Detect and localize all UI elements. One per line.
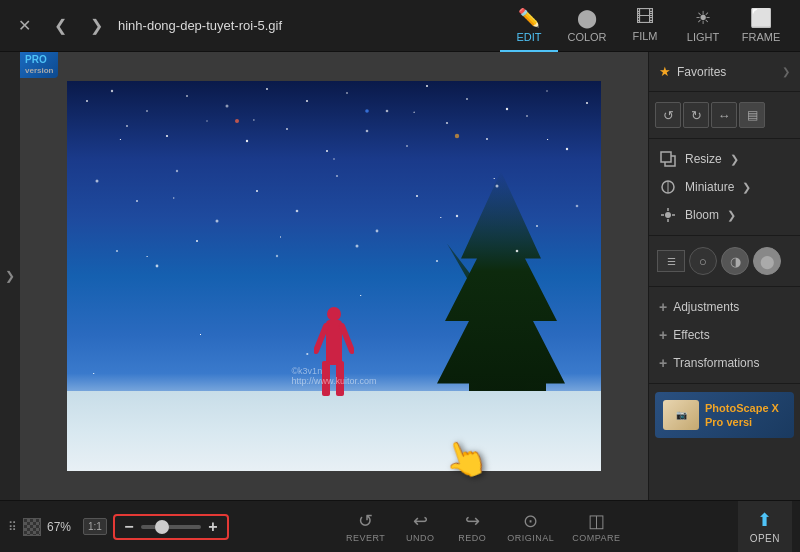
svg-point-1: [111, 90, 113, 92]
favorites-label: Favorites: [677, 65, 776, 79]
favorites-arrow: ❯: [782, 66, 790, 77]
svg-point-43: [156, 265, 159, 268]
open-button[interactable]: ⬆ OPEN: [738, 501, 792, 553]
svg-point-38: [456, 215, 458, 217]
tab-frame[interactable]: ⬜ FRAME: [732, 0, 790, 52]
left-panel-arrow[interactable]: ❯: [5, 269, 15, 283]
image-container: ©k3v1nhttp://www.kuitor.com: [67, 81, 601, 471]
adjustments-label: Adjustments: [673, 300, 739, 314]
tab-frame-label: FRAME: [742, 31, 781, 43]
svg-point-37: [416, 195, 418, 197]
svg-point-21: [406, 145, 408, 147]
rotate-row: ↺ ↻ ↔ ▤: [649, 98, 800, 132]
next-button[interactable]: ❯: [82, 12, 110, 40]
svg-point-13: [586, 102, 588, 104]
adjustments-item[interactable]: + Adjustments: [649, 293, 800, 321]
favorites-row[interactable]: ★ Favorites ❯: [649, 58, 800, 85]
tab-edit[interactable]: ✏️ EDIT: [500, 0, 558, 52]
bloom-row[interactable]: Bloom ❯: [649, 201, 800, 229]
undo-button[interactable]: ↩ UNDO: [395, 506, 445, 547]
effects-item[interactable]: + Effects: [649, 321, 800, 349]
vshape-list-button[interactable]: ☰: [657, 250, 685, 272]
svg-point-6: [306, 100, 308, 102]
svg-point-35: [336, 175, 338, 177]
redo-button[interactable]: ↪ REDO: [447, 506, 497, 547]
zoom-minus-button[interactable]: −: [121, 519, 137, 535]
svg-point-3: [186, 95, 188, 97]
tab-light-label: LIGHT: [687, 31, 719, 43]
shape-section: ☰ ○ ◑ ⬤: [649, 236, 800, 287]
svg-point-36: [376, 230, 379, 233]
bloom-icon: [659, 206, 677, 224]
svg-point-9: [426, 85, 428, 87]
bottom-right: ⬆ OPEN: [738, 501, 792, 553]
revert-button[interactable]: ↺ REVERT: [338, 506, 393, 547]
compare-button[interactable]: ◫ COMPARE: [564, 506, 628, 547]
zoom-slider[interactable]: [141, 525, 201, 529]
redo-icon: ↪: [465, 510, 480, 532]
rotate-ccw-button[interactable]: ↺: [655, 102, 681, 128]
adjustments-plus-icon: +: [659, 299, 667, 315]
tab-color[interactable]: ⬤ COLOR: [558, 0, 616, 52]
compare-label: COMPARE: [572, 533, 620, 543]
main-area: ❯ PRO version: [0, 52, 800, 500]
svg-point-23: [486, 138, 488, 140]
checkerboard-icon: [23, 518, 41, 536]
circle-fill-button[interactable]: ⬤: [753, 247, 781, 275]
svg-point-45: [276, 255, 278, 257]
resize-row[interactable]: Resize ❯: [649, 145, 800, 173]
svg-point-25: [566, 148, 568, 150]
pro-banner[interactable]: 📷 PhotoScape X Pro versi: [655, 392, 794, 438]
svg-point-42: [116, 250, 118, 252]
stars-svg: [67, 81, 601, 315]
prev-button[interactable]: ❮: [46, 12, 74, 40]
tab-film[interactable]: 🎞 FILM: [616, 0, 674, 52]
svg-point-17: [246, 140, 248, 142]
revert-label: REVERT: [346, 533, 385, 543]
undo-label: UNDO: [406, 533, 435, 543]
close-button[interactable]: ✕: [10, 12, 38, 40]
version-text: version: [25, 66, 53, 76]
original-label: ORIGINAL: [507, 533, 554, 543]
svg-point-29: [96, 180, 99, 183]
svg-point-47: [436, 260, 438, 262]
transformations-plus-icon: +: [659, 355, 667, 371]
svg-point-7: [346, 92, 348, 94]
zoom-control: − +: [113, 514, 229, 540]
svg-point-8: [386, 110, 389, 113]
rotate-cw-button[interactable]: ↻: [683, 102, 709, 128]
bottom-left: ⠿ 67% 1:1 − +: [8, 514, 229, 540]
tab-color-label: COLOR: [567, 31, 606, 43]
svg-point-48: [516, 250, 519, 253]
original-icon: ⊙: [523, 510, 538, 532]
circle-outline-button[interactable]: ○: [689, 247, 717, 275]
circle-dark-button[interactable]: ◑: [721, 247, 749, 275]
copyright-text: ©k3v1nhttp://www.kuitor.com: [291, 366, 376, 386]
svg-point-31: [176, 170, 178, 172]
main-image: ©k3v1nhttp://www.kuitor.com: [67, 81, 601, 471]
tab-edit-label: EDIT: [516, 31, 541, 43]
miniature-row[interactable]: Miniature ❯: [649, 173, 800, 201]
vshape-row: ☰ ○ ◑ ⬤: [649, 242, 800, 280]
tab-light[interactable]: ☀ LIGHT: [674, 0, 732, 52]
svg-point-24: [526, 115, 528, 117]
top-toolbar: ✕ ❮ ❯ hinh-dong-dep-tuyet-roi-5.gif ✏️ E…: [0, 0, 800, 52]
svg-point-26: [235, 119, 239, 123]
pro-banner-version: Pro versi: [705, 416, 752, 428]
favorites-section: ★ Favorites ❯: [649, 52, 800, 92]
transformations-label: Transformations: [673, 356, 759, 370]
ratio-button[interactable]: 1:1: [83, 518, 107, 535]
figure-silhouette: [314, 306, 354, 406]
original-button[interactable]: ⊙ ORIGINAL: [499, 506, 562, 547]
canvas-area: PRO version: [20, 52, 648, 500]
svg-point-2: [146, 110, 148, 112]
transformations-item[interactable]: + Transformations: [649, 349, 800, 377]
svg-rect-55: [661, 152, 671, 162]
pro-text: PRO: [25, 54, 53, 66]
svg-point-41: [576, 205, 579, 208]
rotate-more-button[interactable]: ▤: [739, 102, 765, 128]
zoom-plus-button[interactable]: +: [205, 519, 221, 535]
flip-button[interactable]: ↔: [711, 102, 737, 128]
miniature-label: Miniature: [685, 180, 734, 194]
toolbar-left: ✕ ❮ ❯ hinh-dong-dep-tuyet-roi-5.gif: [10, 12, 500, 40]
